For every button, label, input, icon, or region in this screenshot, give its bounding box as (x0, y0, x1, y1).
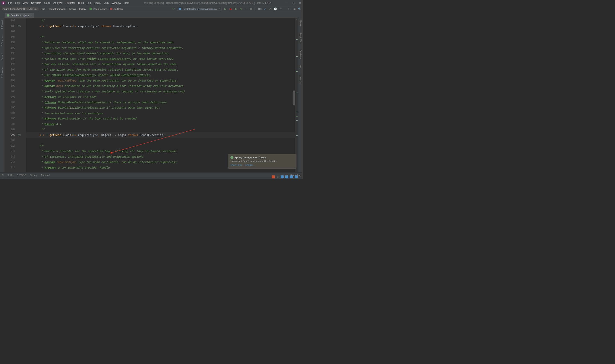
code-line[interactable]: * Return an instance, which may be share… (26, 40, 295, 45)
tool-project[interactable]: 1: Project (1, 20, 3, 29)
cursor-position[interactable]: 208:11 (281, 179, 288, 180)
attach-icon[interactable]: ⋯ (244, 7, 247, 11)
tab-beanfactory[interactable]: BeanFactory.java ✕ (5, 13, 34, 18)
debug-icon[interactable]: 🐞 (229, 7, 232, 11)
code-line[interactable]: * @return an instance of the bean (26, 94, 295, 100)
git-label: Git: (258, 7, 261, 11)
code-line[interactable]: <T> T getBean(Class<T> requiredType) thr… (26, 24, 295, 29)
disable-link[interactable]: Disable... (245, 164, 254, 166)
breadcrumb-method[interactable]: getBean (114, 8, 122, 10)
code-line[interactable]: * @throws BeanDefinitionStoreException i… (26, 105, 295, 111)
code-line[interactable]: * overriding the specified default argum… (26, 51, 295, 56)
tray-icon[interactable] (272, 175, 275, 178)
menu-code[interactable]: Code (44, 1, 50, 4)
show-help-link[interactable]: Show Help (230, 164, 242, 166)
breadcrumb-jar[interactable]: spring-beans-5.2.2.RELEASE.jar (2, 7, 39, 11)
code-line[interactable] (26, 29, 295, 34)
override-icon[interactable]: O↓ (18, 132, 21, 138)
code-line[interactable]: * the affected bean isn't a prototype (26, 111, 295, 116)
menu-view[interactable]: View (23, 1, 28, 4)
ide-icon[interactable]: ⬚ (288, 7, 291, 11)
code-line[interactable]: * of the given type. For more extensive … (26, 67, 295, 73)
search-icon[interactable]: 🔍 (298, 7, 301, 11)
menu-file[interactable]: File (8, 1, 12, 4)
menu-tools[interactable]: Tools (94, 1, 101, 4)
menu-build[interactable]: Build (78, 1, 84, 4)
breadcrumb-part[interactable]: org (42, 8, 45, 10)
status-message[interactable]: ⓘ Spring Configuration Check: Unmapped S… (2, 178, 281, 179)
code-line[interactable]: <T> T getBean(Class<T> requiredType, Obj… (26, 132, 295, 138)
tool-structure[interactable]: 7: Structure (1, 35, 3, 47)
bottom-tool[interactable]: Terminal (41, 174, 50, 176)
code-line[interactable]: */ (26, 127, 295, 132)
coverage-icon[interactable]: ◐ (234, 7, 237, 11)
profile-icon[interactable]: ◔ (239, 7, 242, 11)
code-line[interactable]: /** (26, 34, 295, 40)
tool-hierarchy[interactable]: Hierarchy (299, 75, 302, 84)
close-icon[interactable]: ✕ (299, 1, 301, 4)
code-line[interactable]: * (only applied when creating a new inst… (26, 89, 295, 94)
run-config-selector[interactable]: SingletonBeanRegistrationDemo ▾ (177, 7, 222, 11)
code-line[interactable]: * <p>This method goes into {@link Listab… (26, 56, 295, 62)
encoding[interactable]: UTF (297, 179, 301, 180)
breadcrumb-part[interactable]: factory (79, 8, 86, 10)
vcs-history-icon[interactable]: 🕐 (274, 7, 277, 11)
menu-vcs[interactable]: VCS (104, 1, 109, 4)
code-line[interactable]: * @since 4.1 (26, 121, 295, 127)
vcs-commit-icon[interactable]: ✓ (269, 7, 272, 11)
menu-refactor[interactable]: Refactor (66, 1, 75, 4)
code-line[interactable]: * @throws NoSuchBeanDefinitionException … (26, 100, 295, 105)
tray-icon[interactable] (290, 175, 293, 178)
run-icon[interactable]: ▶ (224, 7, 227, 11)
menu-edit[interactable]: Edit (15, 1, 20, 4)
tray-icon[interactable] (285, 175, 288, 178)
error-stripe[interactable]: ✓ (295, 18, 298, 172)
tool-window-icon[interactable]: ⊞ (2, 174, 4, 176)
tool-ant[interactable]: Ant (299, 65, 302, 68)
minimize-icon[interactable]: ─ (286, 1, 288, 4)
tool-favorites[interactable]: 2: Favorites (1, 66, 3, 78)
menu-analyze[interactable]: Analyze (53, 1, 63, 4)
code-line[interactable]: * Return a provider for the specified be… (26, 148, 295, 154)
ime-label[interactable]: 英 (277, 175, 279, 178)
code-line[interactable]: * use {@link ListableBeanFactory} and/or… (26, 72, 295, 78)
tool-database[interactable]: Database (299, 50, 302, 59)
tool-commit[interactable]: Commit (1, 53, 3, 60)
code-line[interactable]: */ (26, 18, 295, 24)
tool-restfultool[interactable]: RestfulTool (299, 33, 302, 43)
menu-run[interactable]: Run (87, 1, 92, 4)
avatar-icon[interactable]: ◉ (293, 7, 296, 11)
menu-window[interactable]: Window (112, 1, 121, 4)
editor[interactable]: 1871881891901911921931941951961971981992… (5, 18, 298, 172)
bottom-tool[interactable]: 9: Git (7, 174, 13, 176)
menu-navigate[interactable]: Navigate (31, 1, 41, 4)
override-icon[interactable]: O↓ (18, 23, 21, 29)
vcs-update-icon[interactable]: ↙ (264, 7, 267, 11)
code-line[interactable]: * @param requiredType type the bean must… (26, 78, 295, 83)
code-line[interactable]: * @param args arguments to use when crea… (26, 83, 295, 89)
tab-close-icon[interactable]: ✕ (30, 14, 32, 17)
vcs-revert-icon[interactable]: ↶ (279, 7, 282, 11)
code-line[interactable] (26, 138, 295, 143)
bottom-tool[interactable]: 6: TODO (17, 174, 26, 176)
line-separator[interactable]: LF (291, 179, 294, 180)
menu-help[interactable]: Help (124, 1, 129, 4)
breadcrumb-part[interactable]: springframework (49, 8, 66, 10)
build-icon[interactable]: ⚒ (172, 7, 175, 11)
scrollbar-thumb[interactable] (293, 91, 295, 105)
breadcrumb-part[interactable]: beans (69, 8, 76, 10)
tray-icon[interactable] (295, 175, 298, 178)
tray-icon[interactable] (281, 175, 284, 178)
inspection-ok-icon[interactable]: ✓ (296, 18, 298, 20)
code-line[interactable]: * <p>Allows for specifying explicit cons… (26, 45, 295, 51)
stop-icon[interactable]: ■ (249, 7, 253, 11)
code-line[interactable]: * but may also be translated into a conv… (26, 62, 295, 67)
bottom-tool[interactable]: Spring (30, 174, 37, 176)
breadcrumb-class[interactable]: BeanFactory (93, 8, 107, 10)
tool-maven[interactable]: Maven (299, 20, 302, 26)
code-line[interactable]: /** (26, 143, 295, 149)
code-area[interactable]: */ <T> T getBean(Class<T> requiredType) … (26, 18, 295, 172)
main-menu: FileEditViewNavigateCodeAnalyzeRefactorB… (8, 1, 129, 4)
maximize-icon[interactable]: ☐ (292, 1, 295, 4)
code-line[interactable]: * @throws BeansException if the bean cou… (26, 116, 295, 121)
